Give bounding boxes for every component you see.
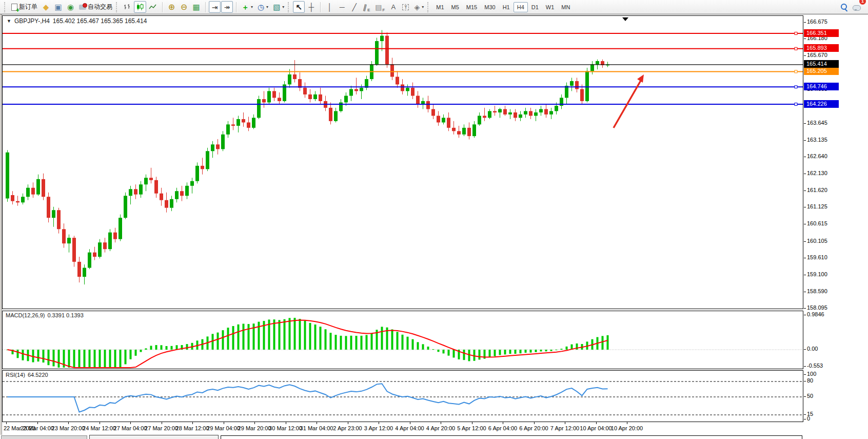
- macd-panel[interactable]: MACD(12,26,9)0.3391 0.1393: [2, 311, 803, 369]
- search-icon: [841, 4, 847, 10]
- fibonacci-icon: ▤: [375, 4, 382, 11]
- chart-shift-icon: ⇥: [212, 4, 218, 11]
- text-button[interactable]: A: [387, 1, 399, 13]
- indicators-button[interactable]: ＋ ▾: [240, 1, 255, 13]
- toolbar-separator: [320, 2, 321, 12]
- macd-name: MACD(12,26,9): [6, 312, 45, 318]
- price-level-badge: 165.205: [804, 67, 839, 75]
- price-chart-panel[interactable]: ▼ GBPJPY-,H4 165.402 165.467 165.365 165…: [2, 15, 803, 309]
- axis-tick-label: 166.675: [807, 18, 827, 25]
- candlestick-chart-button[interactable]: [134, 1, 146, 13]
- chart-title-dropdown-icon[interactable]: ▼: [7, 18, 11, 24]
- cursor-button[interactable]: ↖: [293, 1, 305, 13]
- zoom-in-icon: ⊕: [168, 4, 175, 11]
- time-tick: [254, 422, 255, 424]
- new-order-icon: [11, 4, 17, 11]
- profile-icon: ◆: [43, 4, 49, 11]
- time-tick: [286, 422, 286, 424]
- time-axis-label: 10 Apr 04:00: [580, 425, 611, 431]
- vertical-line-icon: │: [327, 4, 332, 11]
- zoom-out-icon: ⊖: [181, 4, 187, 11]
- timeframe-m15[interactable]: M15: [463, 2, 481, 12]
- axis-tick-label: -0.553: [807, 362, 823, 369]
- equidistant-channel-button[interactable]: ∥ E: [361, 1, 372, 13]
- timeframe-h4[interactable]: H4: [514, 2, 528, 12]
- axis-tick-label: 165.670: [807, 52, 827, 58]
- timeframe-mn[interactable]: MN: [558, 2, 574, 12]
- clock-icon: ◷: [258, 4, 264, 11]
- time-tick: [224, 422, 224, 424]
- time-axis-label: 6 Apr 20:00: [519, 425, 548, 431]
- dropdown-icon: ▾: [251, 5, 253, 9]
- vertical-line-button[interactable]: │: [324, 1, 336, 13]
- time-axis-label: 24 Mar 12:00: [83, 425, 116, 431]
- axis-tick-label: 160.615: [807, 220, 827, 226]
- price-axis[interactable]: 166.675166.180165.670165.160164.665164.1…: [803, 14, 868, 435]
- window-tab[interactable]: [1, 435, 87, 439]
- fibonacci-button[interactable]: ▤ F: [373, 1, 387, 13]
- axis-tick-label: 163.135: [807, 137, 827, 143]
- rsi-panel[interactable]: RSI(14)64.5220: [2, 370, 803, 422]
- axis-tick-label: 0: [807, 415, 810, 422]
- window-tab[interactable]: [89, 435, 219, 439]
- signals-button[interactable]: ◉: [65, 1, 76, 13]
- horizontal-line-button[interactable]: ─: [336, 1, 348, 13]
- time-axis-label: 28 Mar 12:00: [176, 425, 209, 431]
- line-chart-button[interactable]: [147, 1, 159, 13]
- axis-tick-label: 50: [807, 393, 813, 399]
- rsi-value: 64.5220: [28, 372, 48, 378]
- zoom-in-button[interactable]: ⊕: [166, 1, 177, 13]
- time-axis-label: 23 Mar 20:00: [52, 425, 85, 431]
- search-button[interactable]: [838, 1, 850, 13]
- templates-icon: ▧: [273, 4, 280, 11]
- time-tick: [37, 422, 38, 424]
- time-axis-label: 27 Mar 04:00: [114, 425, 147, 431]
- trendline-button[interactable]: ╱: [348, 1, 360, 13]
- time-axis-label: 29 Mar 20:00: [238, 425, 271, 431]
- time-axis-label: 30 Mar 12:00: [269, 425, 302, 431]
- autotrading-button[interactable]: 自动交易: [77, 1, 114, 13]
- market-watch-button[interactable]: ▣: [52, 1, 64, 13]
- time-tick: [534, 422, 535, 424]
- candlestick-chart-canvas[interactable]: [3, 16, 803, 309]
- new-order-button[interactable]: 新订单: [9, 1, 40, 13]
- timeframe-m1[interactable]: M1: [432, 2, 447, 12]
- timeframe-m30[interactable]: M30: [481, 2, 499, 12]
- timeframe-w1[interactable]: W1: [542, 2, 558, 12]
- price-level-badge: 164.746: [804, 83, 839, 90]
- axis-tick-label: 161.125: [807, 203, 827, 209]
- axis-tick-label: 0.9846: [807, 311, 824, 317]
- autotrading-icon: [79, 5, 86, 10]
- profiles-button[interactable]: ◆: [40, 1, 52, 13]
- time-tick: [130, 422, 131, 424]
- price-level-badge: 165.893: [804, 44, 839, 52]
- rsi-canvas: [3, 371, 803, 422]
- timeframe-d1[interactable]: D1: [528, 2, 542, 12]
- timeframe-m5[interactable]: M5: [448, 2, 463, 12]
- tile-windows-button[interactable]: ▦: [190, 1, 202, 13]
- price-level-badge: 164.226: [804, 100, 839, 108]
- rsi-name: RSI(14): [6, 372, 25, 378]
- bar-chart-button[interactable]: [121, 1, 133, 13]
- time-tick: [6, 422, 7, 424]
- chart-shift-button[interactable]: ⇥: [209, 1, 221, 13]
- terminal-strip[interactable]: [221, 435, 802, 439]
- auto-scroll-button[interactable]: ↠: [221, 1, 233, 13]
- timeframe-h1[interactable]: H1: [499, 2, 514, 12]
- periods-button[interactable]: ◷ ▾: [255, 1, 270, 13]
- main-toolbar: 新订单 ◆ ▣ ◉ 自动交易 ⊕ ⊖ ▦ ⇥ ↠ ＋ ▾: [0, 0, 868, 14]
- axis-tick-label: 158.590: [807, 288, 827, 294]
- time-axis-label: 27 Mar 20:00: [145, 425, 178, 431]
- crosshair-icon: ┼: [309, 4, 314, 11]
- arrows-button[interactable]: ◈ ▾: [412, 1, 426, 13]
- axis-tick-label: 160.105: [807, 238, 827, 244]
- autotrading-label: 自动交易: [88, 3, 112, 11]
- time-axis[interactable]: 22 Mar 202323 Mar 04:0023 Mar 20:0024 Ma…: [2, 422, 803, 435]
- text-label-button[interactable]: T: [400, 1, 411, 13]
- macd-label: MACD(12,26,9)0.3391 0.1393: [6, 312, 86, 318]
- axis-tick-label: 159.100: [807, 271, 827, 277]
- crosshair-button[interactable]: ┼: [305, 1, 317, 13]
- zoom-out-button[interactable]: ⊖: [178, 1, 190, 13]
- templates-button[interactable]: ▧ ▾: [271, 1, 286, 13]
- notifications-button[interactable]: 1: [851, 1, 863, 13]
